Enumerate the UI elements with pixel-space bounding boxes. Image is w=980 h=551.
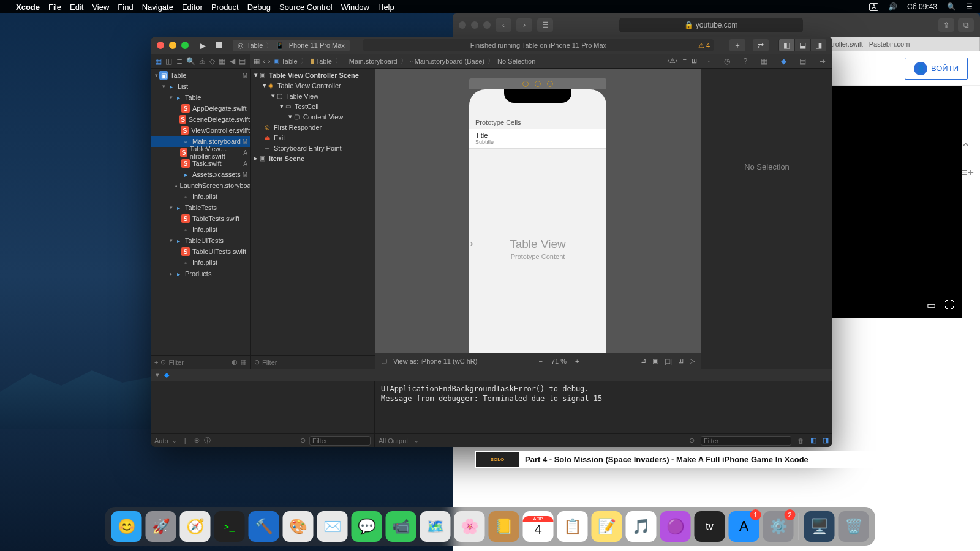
safari-url-field[interactable]: 🔒 youtube.com bbox=[619, 18, 803, 32]
nav-row[interactable]: ▫Info.plist bbox=[151, 257, 250, 268]
dock-mail[interactable]: ✉️ bbox=[317, 511, 348, 542]
dock-reminders[interactable]: 📋 bbox=[557, 511, 588, 542]
connections-inspector-icon[interactable]: ➔ bbox=[820, 57, 826, 66]
jump-bar[interactable]: ▦ ‹ › ▣Table〉 ▮Table〉 ▫Main.storyboard〉 … bbox=[250, 54, 701, 69]
control-center-icon[interactable]: ☰ bbox=[966, 2, 973, 11]
size-inspector-icon[interactable]: ▤ bbox=[799, 57, 806, 66]
safari-tabs-button[interactable]: ⧉ bbox=[958, 18, 974, 32]
dock-photos[interactable]: 🌸 bbox=[454, 511, 485, 542]
safari-forward-button[interactable]: › bbox=[516, 18, 532, 32]
menu-find[interactable]: Find bbox=[118, 2, 133, 12]
history-inspector-icon[interactable]: ◷ bbox=[724, 57, 730, 66]
forward-icon[interactable]: › bbox=[268, 58, 271, 65]
nav-row[interactable]: ▫Info.plist bbox=[151, 224, 250, 235]
add-editor-icon[interactable]: ⊞ bbox=[692, 57, 697, 65]
recent-filter-icon[interactable]: ◐ bbox=[232, 358, 238, 366]
breakpoint-tab-icon[interactable]: ◀ bbox=[230, 57, 235, 66]
nav-row[interactable]: ▾▣TableM bbox=[151, 70, 250, 81]
toggle-navigator-button[interactable]: ◧ bbox=[778, 39, 794, 51]
safari-traffic-lights[interactable] bbox=[459, 21, 491, 29]
safari-share-button[interactable]: ⇪ bbox=[938, 18, 954, 32]
variables-filter[interactable] bbox=[309, 436, 371, 446]
outline-toggle-icon[interactable]: ▢ bbox=[381, 357, 387, 365]
file-inspector-icon[interactable]: ▫ bbox=[708, 57, 710, 66]
report-tab-icon[interactable]: ▤ bbox=[239, 57, 246, 66]
nav-row[interactable]: ▾▸List bbox=[151, 81, 250, 92]
spotlight-icon[interactable]: 🔍 bbox=[947, 2, 956, 11]
dock-podcasts[interactable]: 🟣 bbox=[660, 511, 691, 542]
info-icon[interactable]: ⓘ bbox=[204, 436, 211, 445]
nav-row[interactable]: SViewController.swiftM bbox=[151, 125, 250, 136]
scm-filter-icon[interactable]: ▦ bbox=[240, 358, 246, 366]
issues-nav-icon[interactable]: ‹⚠› bbox=[667, 57, 677, 65]
menu-navigate[interactable]: Navigate bbox=[142, 2, 173, 12]
nav-row[interactable]: SSceneDelegate.swift bbox=[151, 114, 250, 125]
dock-facetime[interactable]: 📹 bbox=[386, 511, 417, 542]
nav-row[interactable]: ▾▸TableTests bbox=[151, 202, 250, 213]
nav-row[interactable]: STableUITests.swift bbox=[151, 246, 250, 257]
back-icon[interactable]: ‹ bbox=[263, 58, 265, 65]
adjust-editor-icon[interactable]: ≡ bbox=[683, 57, 687, 65]
nav-row[interactable]: ▫LaunchScreen.storyboard bbox=[151, 180, 250, 191]
menu-debug[interactable]: Debug bbox=[247, 2, 271, 12]
device-preview[interactable]: Prototype Cells Title Subtitle Table Vie… bbox=[469, 89, 606, 353]
nav-row[interactable]: STask.swiftA bbox=[151, 158, 250, 169]
nav-row[interactable]: STableView…ntroller.swiftA bbox=[151, 147, 250, 158]
toggle-debug-button[interactable]: ⬓ bbox=[794, 39, 810, 51]
outline-filter[interactable]: ⊙ Filter bbox=[251, 355, 375, 369]
align-icon[interactable]: |□| bbox=[665, 358, 672, 365]
dock-appstore[interactable]: A1 bbox=[729, 511, 760, 542]
eye-icon[interactable]: 👁 bbox=[194, 437, 200, 444]
menu-edit[interactable]: Edit bbox=[70, 2, 83, 12]
outline-row[interactable]: →Storyboard Entry Point bbox=[251, 143, 375, 153]
stop-button[interactable] bbox=[216, 42, 222, 48]
navigator-tabs[interactable]: ▦ ◫ ≣ 🔍 ⚠ ◇ ▦ ◀ ▤ bbox=[151, 54, 250, 69]
prototype-cell[interactable]: Title Subtitle bbox=[469, 129, 606, 149]
fullscreen-icon[interactable]: ⛶ bbox=[944, 299, 954, 311]
breakpoints-icon[interactable]: ◆ bbox=[164, 371, 169, 379]
outline-row[interactable]: ◎First Responder bbox=[251, 122, 375, 132]
activity-status[interactable]: Finished running Table on iPhone 11 Pro … bbox=[363, 39, 714, 51]
entry-point-arrow[interactable]: → bbox=[461, 234, 477, 253]
dock-desktop[interactable]: 🖥️ bbox=[804, 511, 835, 542]
library-button[interactable]: ＋ bbox=[729, 39, 745, 51]
dock-terminal[interactable]: >_ bbox=[214, 511, 245, 542]
issue-tab-icon[interactable]: ⚠ bbox=[199, 57, 206, 66]
project-navigator-tab-icon[interactable]: ▦ bbox=[155, 57, 162, 66]
clock[interactable]: Сб 09:43 bbox=[907, 2, 937, 11]
outline-row[interactable]: ▾▭TestCell bbox=[251, 101, 375, 111]
outline-row[interactable]: ▾▢Content View bbox=[251, 111, 375, 122]
related-items-icon[interactable]: ▦ bbox=[254, 57, 260, 65]
dock-music[interactable]: 🎵 bbox=[626, 511, 657, 542]
right-panel-icon[interactable]: ◨ bbox=[823, 437, 829, 444]
dock-safari[interactable]: 🧭 bbox=[180, 511, 211, 542]
debug-tab-icon[interactable]: ▦ bbox=[219, 57, 225, 66]
zoom-level[interactable]: 71 % bbox=[551, 358, 567, 365]
safari-back-button[interactable]: ‹ bbox=[496, 18, 511, 32]
hide-debug-icon[interactable]: ▾ bbox=[156, 371, 159, 379]
outline-row[interactable]: ⏏Exit bbox=[251, 132, 375, 143]
menu-help[interactable]: Help bbox=[378, 2, 394, 12]
attributes-inspector-icon[interactable]: ◆ bbox=[781, 57, 786, 66]
left-panel-icon[interactable]: ◧ bbox=[810, 437, 816, 444]
outline-row[interactable]: ▾▣Table View Controller Scene bbox=[251, 70, 375, 80]
dock-maps[interactable]: 🗺️ bbox=[420, 511, 451, 542]
scroll-up-icon[interactable]: ⌃ bbox=[961, 141, 974, 154]
menu-file[interactable]: File bbox=[48, 2, 61, 12]
safari-sidebar-button[interactable]: ☰ bbox=[537, 18, 553, 32]
zoom-in-button[interactable]: + bbox=[575, 358, 579, 365]
dock-launchpad[interactable]: 🚀 bbox=[146, 511, 176, 542]
nav-row[interactable]: ▾▸TableUITests bbox=[151, 235, 250, 246]
resolve-icon[interactable]: ▷ bbox=[690, 357, 695, 365]
nav-row[interactable]: ▸▸Products bbox=[151, 268, 250, 279]
console-output[interactable]: UIApplicationEndBackgroundTaskError() to… bbox=[375, 381, 832, 433]
find-tab-icon[interactable]: 🔍 bbox=[186, 57, 195, 66]
symbol-tab-icon[interactable]: ≣ bbox=[176, 57, 183, 66]
nav-row[interactable]: STableTests.swift bbox=[151, 213, 250, 224]
nav-row[interactable]: ▸Assets.xcassetsM bbox=[151, 169, 250, 180]
dock-finder[interactable]: 😊 bbox=[111, 511, 142, 542]
scope-selector[interactable]: Auto bbox=[154, 437, 168, 444]
inspector-tabs[interactable]: ▫ ◷ ? ▦ ◆ ▤ ➔ bbox=[701, 54, 832, 69]
code-review-button[interactable]: ⇄ bbox=[753, 39, 769, 51]
menu-window[interactable]: Window bbox=[341, 2, 369, 12]
